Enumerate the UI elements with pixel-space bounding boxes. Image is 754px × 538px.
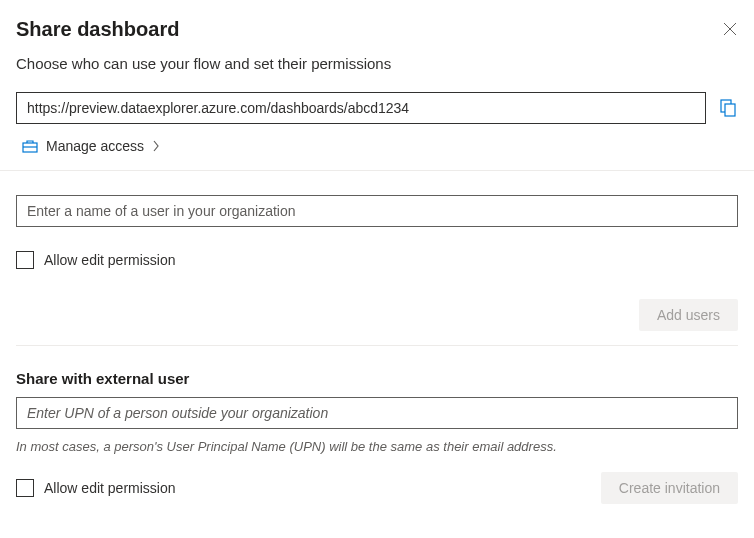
manage-access-label: Manage access	[46, 138, 144, 154]
external-user-input[interactable]	[16, 397, 738, 429]
external-allow-edit-checkbox[interactable]	[16, 479, 34, 497]
dialog-title: Share dashboard	[16, 18, 179, 41]
create-invitation-button[interactable]: Create invitation	[601, 472, 738, 504]
external-bottom-row: Allow edit permission Create invitation	[16, 472, 738, 504]
divider	[16, 345, 738, 346]
copy-icon	[720, 99, 736, 117]
svg-rect-3	[725, 104, 735, 116]
url-row	[16, 92, 738, 124]
external-hint: In most cases, a person's User Principal…	[16, 439, 738, 454]
internal-checkbox-row: Allow edit permission	[16, 251, 738, 269]
dialog-header: Share dashboard	[16, 18, 738, 41]
internal-allow-edit-checkbox[interactable]	[16, 251, 34, 269]
external-allow-edit-label: Allow edit permission	[44, 480, 176, 496]
external-checkbox-row: Allow edit permission	[16, 479, 176, 497]
add-users-button[interactable]: Add users	[639, 299, 738, 331]
internal-allow-edit-label: Allow edit permission	[44, 252, 176, 268]
chevron-right-icon	[152, 140, 160, 152]
divider	[0, 170, 754, 171]
manage-access-link[interactable]: Manage access	[16, 138, 738, 154]
dashboard-url-input[interactable]	[16, 92, 706, 124]
close-icon	[723, 22, 737, 36]
copy-button[interactable]	[718, 98, 738, 118]
internal-user-input[interactable]	[16, 195, 738, 227]
dialog-subtitle: Choose who can use your flow and set the…	[16, 55, 738, 72]
briefcase-icon	[22, 139, 38, 153]
external-section-title: Share with external user	[16, 370, 738, 387]
close-button[interactable]	[722, 21, 738, 37]
internal-button-row: Add users	[16, 299, 738, 331]
